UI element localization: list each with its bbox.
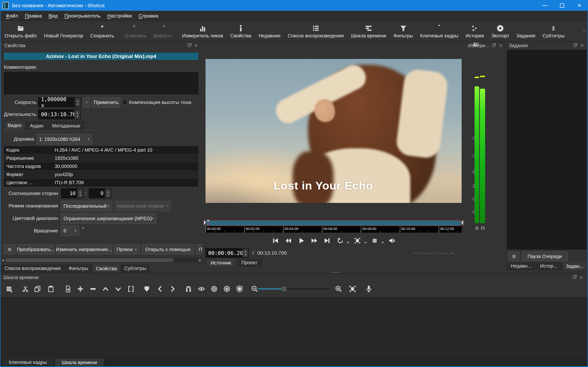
jobs-button[interactable]: Задания [513,22,539,41]
subtitles-button[interactable]: Субтитры [539,22,568,41]
tab-source[interactable]: Источник [206,259,236,267]
ripple-all-tracks-button[interactable] [222,284,232,294]
menu-view[interactable]: Вид [45,11,61,21]
grid-button[interactable] [369,235,380,246]
save-button[interactable]: Сохранить [87,22,118,41]
undo-button[interactable]: Отменить [121,22,150,41]
tab-history[interactable]: Истор... [536,262,561,270]
horizontal-scrollbar[interactable]: ◀ ▶ [0,258,203,263]
spin-arrows-icon[interactable]: ▲▼ [105,189,111,198]
track-dropdown[interactable]: 1: 1920x1080 h264 [36,134,92,144]
overwrite-down-button[interactable] [113,284,123,294]
field-order-dropdown[interactable]: Нижнее поле первое [115,201,171,211]
scan-mode-dropdown[interactable]: Последовательный [61,201,112,211]
zoom-in-button[interactable] [333,284,344,294]
chevron-down-icon[interactable] [381,242,384,244]
minimize-button[interactable] [536,0,553,11]
player-time-ruler[interactable]: 00:00:00 00:02:00 00:04:00 00:06:00 00:0… [206,226,462,233]
rewind-button[interactable] [283,235,294,246]
filters-button[interactable]: Фильтры [390,22,417,41]
scroll-right-arrow-icon[interactable]: ▶ [198,258,203,263]
slider-handle[interactable] [281,286,286,292]
marker-button[interactable] [141,284,152,294]
jobs-list[interactable] [507,50,587,250]
next-marker-button[interactable] [167,284,178,294]
spin-arrows-icon[interactable]: ▲▼ [75,98,81,107]
menu-help[interactable]: Справка [135,11,162,21]
lift-button[interactable] [100,284,111,294]
trim-in-handle[interactable] [204,220,206,225]
overwrite-button[interactable] [75,284,86,294]
redo-button[interactable]: Вернуть [150,22,175,41]
menu-file[interactable]: Файл [2,11,22,21]
video-preview[interactable]: Lost in Your Echo [206,59,462,203]
tab-project[interactable]: Проект [237,259,262,267]
pause-queue-button[interactable]: Пауза Очереди [522,251,567,261]
play-button[interactable] [295,235,307,246]
speed-spinbox[interactable]: 1,000000 x ▲▼ [38,97,81,107]
speed-dropdown-button[interactable]: ▼ [83,97,90,107]
ripple-button[interactable] [209,284,219,294]
tab-video[interactable]: Видео [4,120,26,130]
loop-button[interactable] [334,235,346,246]
float-panel-button[interactable] [186,43,192,48]
tab-subtitles[interactable]: Субтитры [121,265,149,273]
trim-out-handle[interactable] [461,220,463,225]
tab-playlist[interactable]: Список воспроизведения [1,265,64,273]
close-panel-button[interactable]: ✕ [579,43,585,48]
close-panel-button[interactable]: ✕ [193,43,199,48]
aspect-width-spinbox[interactable]: 16 ▲▼ [61,188,83,198]
properties-menu-button[interactable]: ≡ [4,244,15,254]
timeline-button[interactable]: Шкала времени [347,22,390,41]
tab-recent[interactable]: Недавн... [507,262,535,270]
menu-player[interactable]: Проигрыватель [61,11,104,21]
cut-button[interactable] [20,284,31,294]
spin-arrows-icon[interactable]: ▲▼ [242,249,248,257]
ripple-markers-button[interactable] [234,284,245,294]
chevron-down-icon[interactable] [347,242,350,244]
playhead[interactable] [208,220,208,226]
tab-keyframes[interactable]: Ключевые кадры [2,359,54,366]
copy-button[interactable] [32,284,43,294]
recent-button[interactable]: Недавние [255,22,284,41]
color-range-dropdown[interactable]: Ограниченное широковещание (MPEG) [61,213,156,224]
zoom-fit-button[interactable] [352,235,363,246]
split-button[interactable] [126,284,136,294]
playlist-button[interactable]: Список воспроизведения [284,22,347,41]
close-button[interactable]: × [571,0,588,11]
pitch-compensation-checkbox[interactable] [122,100,127,105]
properties-button[interactable]: Свойства [227,22,255,41]
tab-filters[interactable]: Фильтры [65,265,92,273]
scroll-left-arrow-icon[interactable]: ◀ [0,258,5,263]
apply-button[interactable]: Применить [92,97,120,107]
close-panel-button[interactable]: ✕ [579,275,584,280]
player-scrubber[interactable] [206,220,462,226]
chevron-down-icon[interactable] [364,242,367,244]
export-button[interactable]: Экспорт [487,22,513,41]
timeline-zoom-fit-button[interactable] [347,284,358,294]
prev-marker-button[interactable] [155,284,165,294]
clipped-button[interactable]: П [196,244,203,254]
position-spinbox[interactable]: 00:00:06.200 ▲▼ [206,248,249,258]
append-button[interactable] [62,284,73,294]
timeline-zoom-slider[interactable] [258,287,330,291]
skip-end-button[interactable] [321,235,333,246]
scrollbar-thumb[interactable] [6,258,174,262]
jobs-menu-button[interactable]: ≡ [508,251,519,261]
keyframes-button[interactable]: Ключевые кадры [416,22,462,41]
paste-button[interactable] [46,284,56,294]
maximize-button[interactable] [553,0,571,11]
snap-button[interactable] [183,284,194,294]
convert-button[interactable]: Преобразовать... [17,244,54,254]
aspect-height-spinbox[interactable]: 9 ▲▼ [89,188,111,198]
timeline-tracks-area[interactable] [0,297,588,359]
tab-properties[interactable]: Свойства [93,265,120,273]
proxy-button[interactable]: Прокси▼ [114,244,140,254]
scrub-while-dragging-button[interactable] [196,284,207,294]
comments-textarea[interactable] [4,72,198,94]
ripple-delete-button[interactable] [88,284,98,294]
menu-edit[interactable]: Правка [22,11,45,21]
open-with-button[interactable]: Открыть с помощью [142,244,194,254]
skip-start-button[interactable] [269,235,281,246]
new-generator-button[interactable]: Новый Генератор [41,22,87,41]
